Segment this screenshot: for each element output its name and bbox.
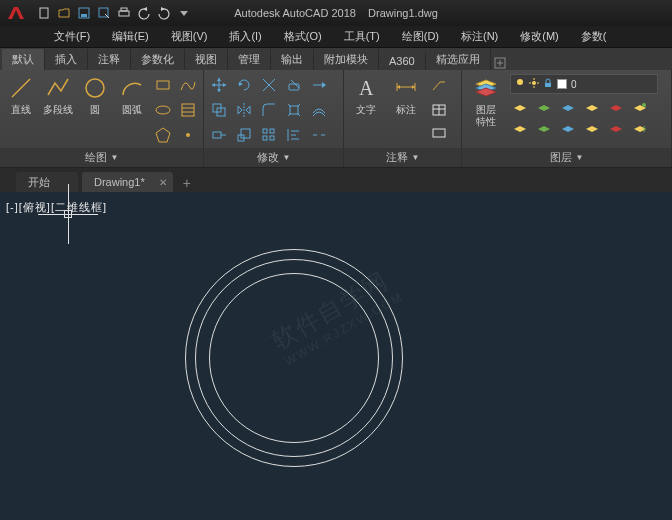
dimension-button[interactable]: 标注 xyxy=(388,74,424,116)
saveas-icon[interactable] xyxy=(96,5,112,21)
extend-icon[interactable] xyxy=(308,74,330,96)
svg-point-28 xyxy=(532,81,536,85)
layer-tool-1[interactable] xyxy=(510,99,530,117)
menu-parametric[interactable]: 参数( xyxy=(571,27,617,46)
tab-featured[interactable]: 精选应用 xyxy=(426,49,491,70)
polyline-button[interactable]: 多段线 xyxy=(41,74,74,116)
leader-icon[interactable] xyxy=(428,74,450,96)
dimension-label: 标注 xyxy=(396,104,416,116)
stretch-icon[interactable] xyxy=(208,124,230,146)
redo-icon[interactable] xyxy=(156,5,172,21)
svg-rect-26 xyxy=(433,129,445,137)
layer-tool-11[interactable] xyxy=(606,120,626,138)
color-swatch xyxy=(557,79,567,89)
scale-icon[interactable] xyxy=(233,124,255,146)
offset-icon[interactable] xyxy=(308,99,330,121)
panel-annotate: A 文字 标注 注释▼ xyxy=(344,70,462,167)
layer-tool-12[interactable] xyxy=(630,120,650,138)
tab-insert[interactable]: 插入 xyxy=(45,49,88,70)
annotation-icon[interactable] xyxy=(428,124,450,146)
menu-draw[interactable]: 绘图(D) xyxy=(392,27,449,46)
menu-edit[interactable]: 编辑(E) xyxy=(102,27,159,46)
tab-default[interactable]: 默认 xyxy=(2,49,45,70)
align-icon[interactable] xyxy=(283,124,305,146)
mirror-icon[interactable] xyxy=(233,99,255,121)
tab-parametric[interactable]: 参数化 xyxy=(131,49,185,70)
svg-point-8 xyxy=(86,79,104,97)
layer-properties-button[interactable]: 图层 特性 xyxy=(466,74,506,128)
arc-button[interactable]: 圆弧 xyxy=(115,74,148,116)
panel-modify: 修改▼ xyxy=(204,70,344,167)
layer-tool-9[interactable] xyxy=(558,120,578,138)
chevron-down-icon: ▼ xyxy=(111,153,119,162)
rotate-icon[interactable] xyxy=(233,74,255,96)
app-logo[interactable] xyxy=(4,3,28,23)
current-layer-dropdown[interactable]: 0 xyxy=(510,74,658,94)
qat-dropdown-icon[interactable] xyxy=(176,5,192,21)
panel-draw-title[interactable]: 绘图▼ xyxy=(0,148,203,167)
undo-icon[interactable] xyxy=(136,5,152,21)
tab-a360[interactable]: A360 xyxy=(379,52,426,70)
add-tab-button[interactable]: + xyxy=(177,174,197,192)
table-icon[interactable] xyxy=(428,99,450,121)
array-icon[interactable] xyxy=(258,124,280,146)
tab-addons[interactable]: 附加模块 xyxy=(314,49,379,70)
hatch-icon[interactable] xyxy=(177,99,199,121)
panel-annotate-title[interactable]: 注释▼ xyxy=(344,148,461,167)
menu-format[interactable]: 格式(O) xyxy=(274,27,332,46)
tab-view[interactable]: 视图 xyxy=(185,49,228,70)
copy-icon[interactable] xyxy=(208,99,230,121)
layer-tool-7[interactable] xyxy=(510,120,530,138)
panel-layers-title[interactable]: 图层▼ xyxy=(462,148,671,167)
new-icon[interactable] xyxy=(36,5,52,21)
close-icon[interactable]: ✕ xyxy=(159,177,167,188)
erase-icon[interactable] xyxy=(283,74,305,96)
layer-controls: 0 xyxy=(510,74,658,138)
text-button[interactable]: A 文字 xyxy=(348,74,384,116)
viewport-label[interactable]: [-][俯视][二维线框] xyxy=(6,200,107,215)
menu-modify[interactable]: 修改(M) xyxy=(510,27,569,46)
fillet-icon[interactable] xyxy=(258,99,280,121)
spline-icon[interactable] xyxy=(177,74,199,96)
drawing-canvas[interactable]: [-][俯视][二维线框] 软件自学网 WWW.RJZXW.COM xyxy=(0,192,672,520)
circle-button[interactable]: 圆 xyxy=(78,74,111,116)
tab-output[interactable]: 输出 xyxy=(271,49,314,70)
plot-icon[interactable] xyxy=(116,5,132,21)
break-icon[interactable] xyxy=(308,124,330,146)
layer-properties-label: 图层 特性 xyxy=(476,104,496,128)
title-text: Autodesk AutoCAD 2018 Drawing1.dwg xyxy=(234,7,438,19)
open-icon[interactable] xyxy=(56,5,72,21)
menu-file[interactable]: 文件(F) xyxy=(44,27,100,46)
layer-tool-6[interactable] xyxy=(630,99,650,117)
panel-modify-title[interactable]: 修改▼ xyxy=(204,148,343,167)
explode-icon[interactable] xyxy=(283,99,305,121)
svg-rect-29 xyxy=(545,83,551,87)
svg-rect-5 xyxy=(121,8,127,11)
polygon-icon[interactable] xyxy=(152,124,174,146)
menu-dimension[interactable]: 标注(N) xyxy=(451,27,508,46)
drawn-circle-inner[interactable] xyxy=(209,273,379,443)
point-icon[interactable] xyxy=(177,124,199,146)
ellipse-icon[interactable] xyxy=(152,99,174,121)
line-button[interactable]: 直线 xyxy=(4,74,37,116)
layer-tool-8[interactable] xyxy=(534,120,554,138)
move-icon[interactable] xyxy=(208,74,230,96)
svg-point-30 xyxy=(642,103,646,107)
layer-tool-10[interactable] xyxy=(582,120,602,138)
menu-insert[interactable]: 插入(I) xyxy=(219,27,271,46)
layer-tool-2[interactable] xyxy=(534,99,554,117)
trim-icon[interactable] xyxy=(258,74,280,96)
layer-tool-4[interactable] xyxy=(582,99,602,117)
layer-tool-5[interactable] xyxy=(606,99,626,117)
doctab-drawing1[interactable]: Drawing1*✕ xyxy=(82,172,173,192)
svg-point-27 xyxy=(517,79,523,85)
save-icon[interactable] xyxy=(76,5,92,21)
layer-tool-3[interactable] xyxy=(558,99,578,117)
tab-annotate[interactable]: 注释 xyxy=(88,49,131,70)
rectangle-icon[interactable] xyxy=(152,74,174,96)
menu-view[interactable]: 视图(V) xyxy=(161,27,218,46)
menu-tools[interactable]: 工具(T) xyxy=(334,27,390,46)
tab-search-icon[interactable] xyxy=(493,56,507,70)
tab-manage[interactable]: 管理 xyxy=(228,49,271,70)
quick-access-toolbar xyxy=(36,5,192,21)
